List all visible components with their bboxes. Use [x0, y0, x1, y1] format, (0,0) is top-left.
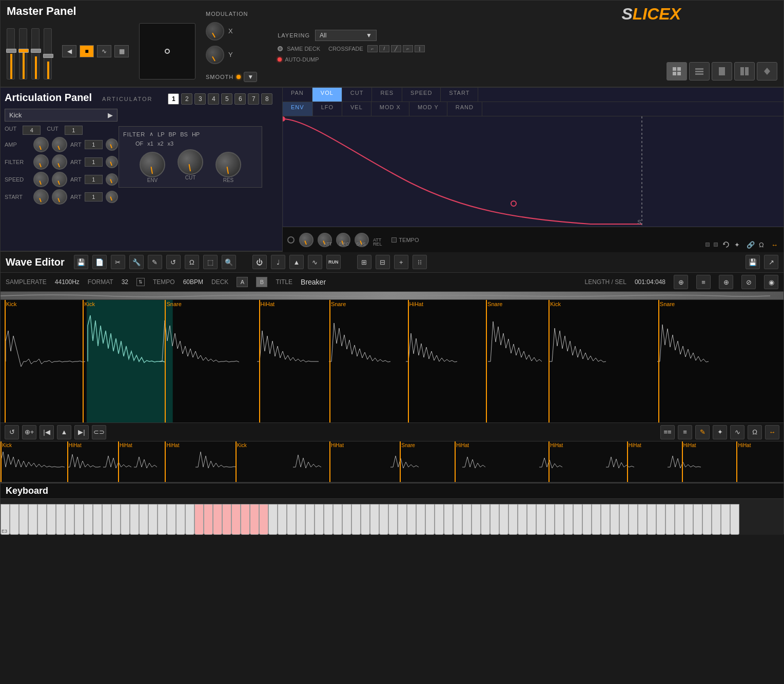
white-key-63[interactable] [573, 504, 582, 535]
white-key-36[interactable] [324, 504, 333, 535]
white-key-67[interactable] [610, 504, 619, 535]
filter-bp[interactable]: BP [169, 131, 177, 137]
speed-knob-1[interactable] [33, 172, 49, 187]
art-num-1[interactable]: 1 [168, 93, 179, 105]
white-key-28[interactable] [250, 504, 259, 535]
white-key-18[interactable] [158, 504, 167, 535]
white-key-74[interactable] [675, 504, 684, 535]
white-key-41[interactable] [370, 504, 379, 535]
minus-btn[interactable]: ⊘ [741, 275, 756, 289]
white-key-80[interactable] [730, 504, 739, 535]
white-key-35[interactable] [315, 504, 324, 535]
white-key-51[interactable] [462, 504, 472, 535]
att-knob[interactable] [299, 233, 313, 247]
wb-add-btn[interactable]: ⊕+ [22, 425, 36, 439]
instrument-dropdown[interactable]: Kick ▶ [5, 109, 117, 122]
white-key-72[interactable] [656, 504, 665, 535]
deck-a-btn[interactable]: A [237, 277, 248, 287]
amp-art-value[interactable]: 1 [85, 140, 103, 149]
wb-headphone-btn[interactable]: Ω [748, 425, 762, 439]
white-key-14[interactable] [121, 504, 130, 535]
filter-bs[interactable]: BS [180, 131, 188, 137]
grid-icon[interactable]: ▦ [114, 45, 129, 57]
white-key-4[interactable] [28, 504, 37, 535]
white-key-53[interactable] [481, 504, 490, 535]
filter-hp[interactable]: HP [192, 131, 200, 137]
tab-mody[interactable]: MOD Y [409, 102, 447, 116]
white-key-38[interactable] [342, 504, 351, 535]
wb-start-btn[interactable]: |◀ [40, 425, 54, 439]
filter-lp[interactable]: LP [158, 131, 164, 137]
art-num-6[interactable]: 6 [234, 93, 246, 105]
white-key-76[interactable] [693, 504, 702, 535]
white-key-10[interactable] [84, 504, 93, 535]
cf-shape-1[interactable]: ⌐ [367, 45, 378, 52]
start-knob-3[interactable] [106, 191, 118, 203]
white-key-50[interactable] [453, 504, 462, 535]
speaker-btn[interactable]: ◉ [764, 275, 778, 289]
cf-shape-3[interactable]: ╱ [391, 45, 401, 52]
art-num-3[interactable]: 3 [194, 93, 206, 105]
amp-knob-3[interactable] [106, 138, 118, 151]
white-key-29[interactable] [259, 504, 268, 535]
globe-btn[interactable]: ⊕ [674, 275, 688, 289]
eq-btn[interactable]: ≡ [696, 275, 711, 289]
fader-3[interactable] [31, 28, 40, 79]
wrench-btn[interactable]: 🔧 [129, 255, 144, 269]
white-key-52[interactable] [472, 504, 481, 535]
metronome-btn[interactable]: ♩ [271, 255, 285, 269]
wb-triangle-btn[interactable]: ▲ [57, 425, 71, 439]
cut-knob[interactable] [178, 149, 203, 175]
white-key-70[interactable] [638, 504, 647, 535]
deck-b-btn[interactable]: B [256, 277, 267, 287]
tab-modx[interactable]: MOD X [371, 102, 409, 116]
white-key-79[interactable] [721, 504, 730, 535]
art-num-8[interactable]: 8 [261, 93, 272, 105]
run-btn[interactable]: RUN [326, 255, 341, 269]
white-key-17[interactable] [148, 504, 158, 535]
tab-vol[interactable]: VOL [312, 88, 342, 102]
white-key-71[interactable] [647, 504, 656, 535]
xy-pad[interactable] [139, 23, 195, 79]
wb-refresh-btn[interactable]: ↺ [5, 425, 19, 439]
tab-speed[interactable]: SPEED [402, 88, 441, 102]
white-key-15[interactable] [130, 504, 139, 535]
auto-dump-led[interactable] [278, 57, 282, 62]
tab-vel[interactable]: VEL [342, 102, 371, 116]
white-key-27[interactable] [241, 504, 250, 535]
white-key-78[interactable] [712, 504, 721, 535]
white-key-73[interactable] [665, 504, 675, 535]
fader-4[interactable] [44, 28, 52, 79]
select-btn[interactable]: ⬚ [203, 255, 218, 269]
cut-value[interactable]: 1 [65, 126, 83, 135]
white-key-45[interactable] [407, 504, 416, 535]
env-sparkle-icon[interactable]: ✦ [734, 240, 742, 249]
env-nav-left[interactable] [705, 243, 710, 247]
wb-align2-btn[interactable]: ≡ [678, 425, 692, 439]
res-knob[interactable] [215, 152, 241, 177]
white-key-60[interactable] [545, 504, 555, 535]
layering-dropdown[interactable]: All ▼ [315, 30, 377, 41]
white-key-2[interactable] [10, 504, 19, 535]
fader-2[interactable] [19, 28, 27, 79]
white-key-59[interactable] [536, 504, 545, 535]
white-key-65[interactable] [592, 504, 601, 535]
white-key-62[interactable] [564, 504, 573, 535]
start-knob-2[interactable] [52, 189, 67, 205]
white-key-19[interactable] [167, 504, 176, 535]
env-nav-right[interactable] [714, 243, 718, 247]
view-btn-2[interactable] [734, 62, 755, 81]
white-key-6[interactable] [47, 504, 56, 535]
filter-of[interactable]: OF [135, 140, 143, 147]
filter-x2[interactable]: x2 [158, 140, 164, 147]
white-key-23[interactable] [204, 504, 213, 535]
filter-knob-3[interactable] [106, 156, 118, 168]
white-key-58[interactable] [527, 504, 536, 535]
white-key-47[interactable] [425, 504, 435, 535]
white-key-77[interactable] [702, 504, 712, 535]
start-knob-1[interactable] [33, 189, 49, 205]
export-btn[interactable]: ↗ [764, 255, 778, 269]
wave-icon[interactable]: ∿ [97, 45, 111, 57]
env-refresh-icon[interactable] [722, 240, 730, 249]
filter-x3[interactable]: x3 [168, 140, 174, 147]
